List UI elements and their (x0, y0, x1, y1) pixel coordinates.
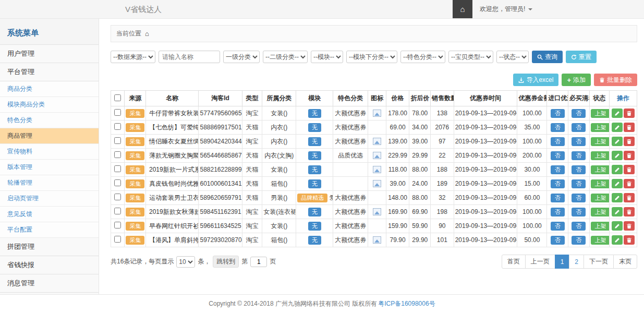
delete-button[interactable] (624, 137, 635, 146)
delete-button[interactable] (624, 235, 635, 245)
edit-button[interactable] (612, 109, 623, 118)
sidebar-item[interactable]: 消息管理 (0, 274, 99, 293)
imported-toggle-button[interactable]: 否 (551, 236, 565, 245)
status-badge[interactable]: 上架 (591, 222, 610, 231)
status-badge[interactable]: 上架 (591, 137, 610, 146)
sidebar-item[interactable]: 平台配置 (0, 222, 99, 238)
jump-button[interactable]: 跳转到 (213, 256, 239, 268)
must-buy-toggle-button[interactable]: 否 (572, 194, 586, 202)
sidebar-item[interactable]: 商品管理 (0, 128, 99, 144)
edit-button[interactable] (612, 235, 623, 245)
delete-button[interactable] (624, 165, 635, 174)
user-menu[interactable]: 欢迎您，管理员! (472, 0, 540, 18)
name-search-input[interactable] (159, 51, 220, 63)
edit-button[interactable] (612, 221, 623, 231)
status-badge[interactable]: 上架 (591, 123, 610, 132)
imported-toggle-button[interactable]: 否 (551, 165, 565, 174)
edit-button[interactable] (612, 193, 623, 202)
delete-button[interactable] (624, 151, 635, 160)
row-checkbox[interactable] (114, 222, 121, 228)
row-checkbox[interactable] (114, 109, 121, 116)
status-badge[interactable]: 上架 (591, 194, 610, 202)
imported-toggle-button[interactable]: 否 (551, 222, 565, 231)
status-badge[interactable]: 上架 (591, 109, 610, 118)
edit-button[interactable] (612, 137, 623, 146)
pager-nav-button[interactable]: 末页 (613, 255, 637, 269)
must-buy-toggle-button[interactable]: 否 (572, 236, 586, 245)
imported-toggle-button[interactable]: 否 (551, 137, 565, 146)
row-checkbox[interactable] (114, 194, 121, 200)
filter-select[interactable]: --二级分类-- (263, 51, 308, 63)
row-checkbox[interactable] (114, 179, 121, 186)
add-button[interactable]: + 添加 (562, 74, 591, 86)
filter-select[interactable]: --模块下分类-- (346, 51, 397, 63)
status-badge[interactable]: 上架 (591, 151, 610, 160)
imported-toggle-button[interactable]: 否 (551, 109, 565, 118)
edit-button[interactable] (612, 123, 623, 132)
pager-page-button[interactable]: 2 (569, 255, 584, 269)
row-checkbox[interactable] (114, 151, 121, 158)
sidebar-item[interactable]: 轮播管理 (0, 175, 99, 191)
status-badge[interactable]: 上架 (591, 179, 610, 188)
pager-nav-button[interactable]: 下一页 (584, 255, 614, 269)
edit-button[interactable] (612, 165, 623, 174)
must-buy-toggle-button[interactable]: 否 (572, 123, 586, 132)
delete-button[interactable] (624, 193, 635, 202)
sidebar-item[interactable]: 意见反馈 (0, 207, 99, 222)
batch-delete-button[interactable]: 批量删除 (594, 74, 637, 86)
sidebar-item[interactable]: 特色分类 (0, 113, 99, 128)
search-button[interactable]: 查询 (532, 51, 563, 63)
status-badge[interactable]: 上架 (591, 236, 610, 245)
edit-button[interactable] (612, 179, 623, 188)
row-checkbox[interactable] (114, 208, 121, 214)
filter-select[interactable]: --宝贝类型-- (448, 51, 493, 63)
sidebar-item[interactable]: 省钱快报 (0, 256, 99, 274)
icp-link[interactable]: 粤ICP备16098006号 (378, 299, 435, 308)
pager-page-button[interactable]: 1 (555, 255, 570, 269)
edit-button[interactable] (612, 151, 623, 160)
must-buy-toggle-button[interactable]: 否 (572, 151, 586, 160)
imported-toggle-button[interactable]: 否 (551, 179, 565, 188)
must-buy-toggle-button[interactable]: 否 (572, 222, 586, 231)
filter-select[interactable]: --状态-- (496, 51, 529, 63)
imported-toggle-button[interactable]: 否 (551, 151, 565, 160)
per-page-select[interactable]: 10 (176, 256, 195, 268)
sidebar-item[interactable]: 拼团管理 (0, 238, 99, 256)
must-buy-toggle-button[interactable]: 否 (572, 179, 586, 188)
sidebar-item[interactable]: 宣传物料 (0, 144, 99, 160)
filter-select[interactable]: --模块-- (311, 51, 343, 63)
sidebar-item[interactable]: 订单管理 (0, 293, 99, 294)
imported-toggle-button[interactable]: 否 (551, 123, 565, 132)
home-button[interactable]: ⌂ (453, 0, 472, 18)
delete-button[interactable] (624, 179, 635, 188)
edit-button[interactable] (612, 207, 623, 216)
sidebar-item[interactable]: 平台管理 (0, 63, 99, 81)
delete-button[interactable] (624, 221, 635, 231)
pager-nav-button[interactable]: 上一页 (525, 255, 555, 269)
sidebar-item[interactable]: 模块商品分类 (0, 97, 99, 113)
sidebar-item[interactable]: 启动页管理 (0, 191, 99, 207)
status-badge[interactable]: 上架 (591, 208, 610, 216)
sidebar-item[interactable]: 商品分类 (0, 81, 99, 97)
import-excel-button[interactable]: 导入excel (513, 74, 558, 86)
row-checkbox[interactable] (114, 165, 121, 172)
imported-toggle-button[interactable]: 否 (551, 194, 565, 202)
must-buy-toggle-button[interactable]: 否 (572, 109, 586, 118)
select-all-checkbox[interactable] (114, 94, 121, 101)
sidebar-item[interactable]: 版本管理 (0, 160, 99, 175)
row-checkbox[interactable] (114, 123, 121, 130)
filter-select[interactable]: --数据来源-- (111, 51, 155, 63)
must-buy-toggle-button[interactable]: 否 (572, 165, 586, 174)
delete-button[interactable] (624, 109, 635, 118)
row-checkbox[interactable] (114, 137, 121, 144)
imported-toggle-button[interactable]: 否 (551, 208, 565, 216)
reset-button[interactable]: 重置 (566, 51, 597, 63)
filter-select[interactable]: 一级分类 (223, 51, 260, 63)
status-badge[interactable]: 上架 (591, 165, 610, 174)
pager-nav-button[interactable]: 首页 (502, 255, 526, 269)
must-buy-toggle-button[interactable]: 否 (572, 137, 586, 146)
sidebar-item[interactable]: 用户管理 (0, 45, 99, 63)
row-checkbox[interactable] (114, 236, 121, 243)
filter-select[interactable]: --特色分类-- (400, 51, 445, 63)
jump-page-input[interactable] (250, 257, 267, 267)
